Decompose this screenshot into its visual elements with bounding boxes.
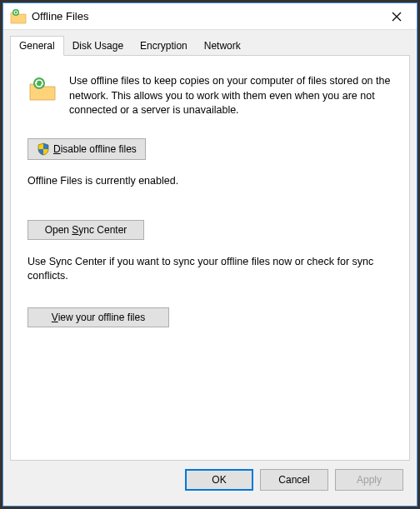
- open-sync-center-button[interactable]: Open Sync Center: [28, 220, 144, 240]
- offline-files-dialog: Offline Files General Disk Usage Encrypt…: [2, 2, 418, 507]
- close-button[interactable]: [380, 4, 413, 29]
- ok-button[interactable]: OK: [185, 469, 253, 491]
- sync-help-text: Use Sync Center if you want to sync your…: [28, 255, 392, 284]
- view-offline-files-button[interactable]: View your offline files: [28, 307, 169, 327]
- tab-disk-usage[interactable]: Disk Usage: [64, 37, 132, 55]
- dialog-body: General Disk Usage Encryption Network Us…: [3, 30, 417, 506]
- tab-panel-general: Use offline files to keep copies on your…: [10, 55, 410, 461]
- disable-offline-files-button[interactable]: Disable offline files: [28, 138, 146, 160]
- description-text: Use offline files to keep copies on your…: [69, 74, 392, 118]
- tab-network[interactable]: Network: [196, 37, 249, 55]
- tab-strip: General Disk Usage Encryption Network: [10, 35, 410, 55]
- folder-sync-large-icon: [28, 74, 58, 104]
- tab-general[interactable]: General: [10, 36, 64, 56]
- tab-encryption[interactable]: Encryption: [132, 37, 196, 55]
- svg-point-0: [12, 9, 19, 16]
- titlebar: Offline Files: [3, 3, 417, 30]
- status-text: Offline Files is currently enabled.: [28, 175, 392, 187]
- apply-button[interactable]: Apply: [335, 469, 403, 491]
- window-title: Offline Files: [32, 10, 380, 22]
- dialog-footer: OK Cancel Apply: [10, 461, 410, 499]
- svg-point-1: [33, 77, 45, 89]
- cancel-button[interactable]: Cancel: [260, 469, 328, 491]
- shield-icon: [37, 142, 50, 156]
- close-icon: [392, 12, 402, 22]
- folder-sync-icon: [10, 8, 27, 25]
